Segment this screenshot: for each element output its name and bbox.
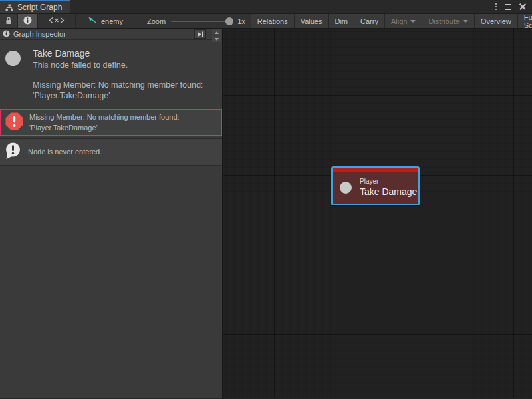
chevron-down-icon <box>410 20 416 23</box>
full-screen-button[interactable]: Full Screen <box>517 14 532 28</box>
dim-button[interactable]: Dim <box>328 14 354 28</box>
graph-pointer-label: enemy <box>101 17 123 25</box>
tab-label: Script Graph <box>17 3 62 12</box>
tab-bar: Script Graph <box>0 0 532 13</box>
zoom-slider[interactable] <box>171 21 232 22</box>
lock-icon <box>5 17 12 26</box>
graph-inspector-panel: Graph Inspector Take Damage This node fa… <box>0 29 223 398</box>
align-dropdown[interactable]: Align <box>384 14 422 28</box>
code-icon <box>49 17 65 25</box>
graph-hierarchy-icon <box>5 4 13 11</box>
menu-kebab-icon[interactable] <box>495 3 497 10</box>
unit-port-icon <box>5 51 21 66</box>
error-octagon-icon <box>5 112 23 133</box>
node-type-label: Player <box>360 178 417 185</box>
triangle-down-icon <box>215 38 219 41</box>
graph-toolbar: enemy Zoom 1x Relations Values Dim Carry… <box>0 13 532 29</box>
node-title-label: Take Damage <box>360 186 417 197</box>
scroll-up-button[interactable] <box>212 29 221 35</box>
dock-panel-button[interactable] <box>194 29 206 39</box>
zoom-slider-handle[interactable] <box>225 17 233 25</box>
define-error-line2: 'Player.TakeDamage' <box>33 91 203 102</box>
zoom-label: Zoom <box>147 17 166 25</box>
chevron-down-icon <box>463 20 468 23</box>
never-entered-warning[interactable]: Node is never entered. <box>0 138 222 166</box>
info-icon <box>23 16 32 26</box>
dock-right-icon <box>197 31 204 37</box>
inspector-toggle-button[interactable] <box>18 14 38 28</box>
graph-pointer-icon <box>88 17 98 26</box>
graph-breadcrumb[interactable]: enemy <box>76 14 130 28</box>
relations-button[interactable]: Relations <box>251 14 294 28</box>
tab-script-graph[interactable]: Script Graph <box>0 0 70 13</box>
warning-bubble-icon <box>4 142 22 162</box>
missing-member-error[interactable]: Missing Member: No matching member found… <box>0 109 222 136</box>
maximize-icon[interactable] <box>505 4 511 10</box>
scroll-down-button[interactable] <box>212 36 221 42</box>
close-icon[interactable] <box>519 3 526 10</box>
lock-button[interactable] <box>0 14 18 28</box>
define-error-line1: Missing Member: No matching member found… <box>33 80 203 91</box>
panel-scroll-spinner <box>212 29 221 42</box>
panel-title: Graph Inspector <box>13 30 66 38</box>
values-button[interactable]: Values <box>294 14 329 28</box>
distribute-dropdown[interactable]: Distribute <box>422 14 473 28</box>
node-error-header <box>332 168 418 172</box>
script-graph-window: Script Graph <box>0 0 532 399</box>
edit-graph-button[interactable] <box>38 14 76 28</box>
take-damage-node[interactable]: Player Take Damage <box>331 166 420 205</box>
graph-inspector-header: Graph Inspector <box>0 29 222 40</box>
node-title: Take Damage <box>33 48 203 59</box>
main-area: Graph Inspector Take Damage This node fa… <box>0 29 532 398</box>
graph-canvas[interactable]: Player Take Damage <box>223 29 532 398</box>
zoom-value: 1x <box>237 17 245 25</box>
carry-button[interactable]: Carry <box>354 14 384 28</box>
overview-button[interactable]: Overview <box>474 14 517 28</box>
warning-message: Node is never entered. <box>28 147 102 157</box>
toolbar-right-buttons: Relations Values Dim Carry Align Distrib… <box>251 14 532 28</box>
node-port-icon[interactable] <box>340 182 352 194</box>
error-message-line2: 'Player.TakeDamage' <box>29 123 180 133</box>
node-status: This node failed to define. <box>33 61 203 70</box>
error-message-line1: Missing Member: No matching member found… <box>29 112 180 122</box>
node-summary: Take Damage This node failed to define. … <box>0 40 222 108</box>
window-controls <box>495 0 532 13</box>
triangle-up-icon <box>215 31 219 34</box>
zoom-control: Zoom 1x <box>130 14 251 28</box>
info-icon <box>3 30 10 39</box>
